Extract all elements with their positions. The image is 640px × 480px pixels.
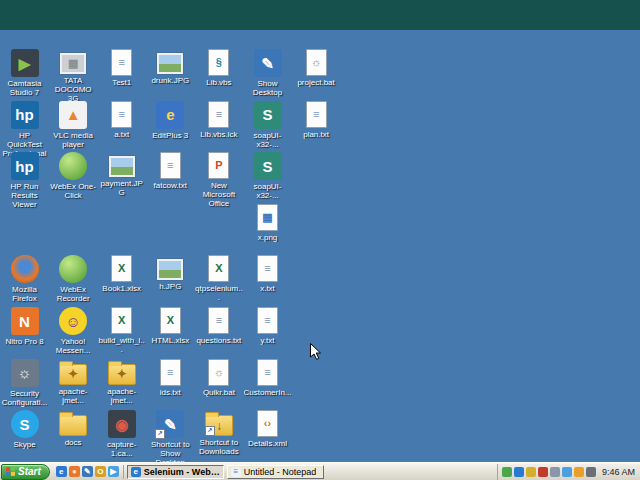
desktop-icon-soapui-x32[interactable]: SsoapUI-x32-...: [244, 101, 292, 149]
desktop-icon-skype[interactable]: SSkype: [1, 410, 49, 449]
desktop-icon-capture-1-ca[interactable]: ◉capture-1.ca...: [98, 410, 146, 458]
desktop-icon-project-bat[interactable]: ☼project.bat: [292, 49, 340, 87]
desktop-icon-label: Lib.vbs.lck: [195, 130, 243, 139]
page-icon: ≡: [306, 101, 327, 128]
soapui-icon: S: [254, 152, 282, 180]
desktop-icon-label: soapUI-x32-...: [244, 182, 292, 200]
bat-icon: ☼: [306, 49, 327, 76]
desktop-icon-label: EditPlus 3: [146, 131, 194, 140]
tray-icon-1[interactable]: [502, 467, 512, 477]
clock[interactable]: 9:46 AM: [602, 467, 635, 477]
desktop-icon-questions-txt[interactable]: ≡questions.txt: [195, 307, 243, 345]
desktop-icon-customerin[interactable]: ≡CustomerIn...: [244, 359, 292, 397]
internet-explorer-icon[interactable]: e: [56, 466, 67, 477]
desktop-icon-test1[interactable]: ≡Test1: [98, 49, 146, 87]
tray-icon-8[interactable]: [586, 467, 596, 477]
top-banner: [0, 0, 640, 30]
desktop-icon-editplus-3[interactable]: eEditPlus 3: [146, 101, 194, 140]
tray-icon-6[interactable]: [562, 467, 572, 477]
page-icon: ≡: [111, 49, 132, 76]
desktop-icon-tata-docomo-3g[interactable]: ▦TATA DOCOMO 3G: [49, 49, 97, 103]
desktop-icon-build-with-l[interactable]: Xbuild_with_l...: [98, 307, 146, 354]
desktop-icon-drunk-jpg[interactable]: drunk.JPG: [146, 49, 194, 85]
desktop-icon-label: h.JPG: [146, 282, 194, 291]
desktop-icon-label: plan.txt: [292, 130, 340, 139]
desktop-icon-apache-jmet[interactable]: ✦apache-jmet...: [98, 359, 146, 405]
desktop-icon-shortcut-to-show-desktop[interactable]: ✎Shortcut to Show Desktop: [146, 410, 194, 467]
tray-icon-7[interactable]: [574, 467, 584, 477]
desktop-icon-nitro-pro-8[interactable]: NNitro Pro 8: [1, 307, 49, 346]
tray-icon-3[interactable]: [526, 467, 536, 477]
tray-icon-4[interactable]: [538, 467, 548, 477]
desktop-icon-lib-vbs[interactable]: §Lib.vbs: [195, 49, 243, 87]
tray-icon-2[interactable]: [514, 467, 524, 477]
desktop-icon-security-configurati[interactable]: ☼Security Configurati...: [1, 359, 49, 407]
desktop-icon-label: Skype: [1, 440, 49, 449]
desktop-icon-details-xml[interactable]: ‹›Details.xml: [244, 410, 292, 448]
desktop-icon-plan-txt[interactable]: ≡plan.txt: [292, 101, 340, 139]
nitro-icon: N: [11, 307, 39, 335]
firefox-icon[interactable]: ●: [69, 466, 80, 477]
desktop-icon-fatcow-txt[interactable]: ≡fatcow.txt: [146, 152, 194, 190]
skype-icon: S: [11, 410, 39, 438]
desktop-icon-ids-txt[interactable]: ≡ids.txt: [146, 359, 194, 397]
desktop-icon-soapui-x32[interactable]: SsoapUI-x32-...: [244, 152, 292, 200]
desktop-icon-label: fatcow.txt: [146, 181, 194, 190]
desktop-icon-new-microsoft-office-powe[interactable]: PNew Microsoft Office Powe...: [195, 152, 243, 209]
system-tray: 9:46 AM: [497, 464, 640, 480]
desktop-icon-mozilla-firefox[interactable]: Mozilla Firefox: [1, 255, 49, 303]
desktop-icon-label: apache-jmet...: [49, 387, 97, 405]
downloads-icon: ↓: [205, 415, 233, 436]
desktop-icon-hp-run-results-viewer[interactable]: hpHP Run Results Viewer: [1, 152, 49, 209]
outlook-icon[interactable]: O: [95, 466, 106, 477]
desktop-icon-webex-one-click[interactable]: WebEx One-Click: [49, 152, 97, 200]
xml-icon: ‹›: [257, 410, 278, 437]
desktop-icon-a-txt[interactable]: ≡a.txt: [98, 101, 146, 139]
excel-icon: X: [160, 307, 181, 334]
show-desktop-icon[interactable]: ✎: [82, 466, 93, 477]
desktop[interactable]: ▶Camtasia Studio 7▦TATA DOCOMO 3G≡Test1d…: [0, 30, 640, 462]
desktop-icon-yahoo-messen[interactable]: ☺Yahoo! Messen...: [49, 307, 97, 355]
desktop-icon-quikr-bat[interactable]: ☼Quikr.bat: [195, 359, 243, 397]
desktop-icon-vlc-media-player[interactable]: ▲VLC media player: [49, 101, 97, 149]
hp-icon: hp: [11, 101, 39, 129]
desktop-icon-h-jpg[interactable]: h.JPG: [146, 255, 194, 291]
taskbar-button-selenium-web-browser[interactable]: eSelenium - Web Browser ...: [127, 465, 224, 479]
desktop-icon-label: Lib.vbs: [195, 78, 243, 87]
taskbar-button-untitled-notepad[interactable]: ≡Untitled - Notepad: [227, 465, 324, 479]
desktop-icon-label: build_with_l...: [98, 336, 146, 354]
desktop-icon-label: y.txt: [244, 336, 292, 345]
desktop-icon-label: Show Desktop: [244, 79, 292, 97]
tray-icon-5[interactable]: [550, 467, 560, 477]
desktop-icon-payment-jpg[interactable]: payment.JPG: [98, 152, 146, 197]
taskbar-buttons: eSelenium - Web Browser ...≡Untitled - N…: [124, 465, 324, 479]
desktop-icon-label: Test1: [98, 78, 146, 87]
desktop-icon-label: drunk.JPG: [146, 76, 194, 85]
desktop-icon-html-xlsx[interactable]: XHTML.xlsx: [146, 307, 194, 345]
desktop-icon-label: Camtasia Studio 7: [1, 79, 49, 97]
page-icon: ≡: [160, 152, 181, 179]
start-button[interactable]: Start: [1, 464, 50, 480]
desktop-icon-qtpselenium[interactable]: Xqtpselenium...: [195, 255, 243, 302]
taskbar-button-label: Untitled - Notepad: [244, 467, 317, 477]
desktop-icon-hp-quicktest-professional[interactable]: hpHP QuickTest Professional: [1, 101, 49, 158]
desktop-icon-show-desktop[interactable]: ✎Show Desktop: [244, 49, 292, 97]
desktop-icon-label: Mozilla Firefox: [1, 285, 49, 303]
desktop-icon-shortcut-to-downloads[interactable]: ↓Shortcut to Downloads: [195, 410, 243, 456]
desktop-icon-label: HP Run Results Viewer: [1, 182, 49, 209]
desktop-icon-docs[interactable]: docs: [49, 410, 97, 447]
desktop-icon-book1-xlsx[interactable]: XBook1.xlsx: [98, 255, 146, 293]
desktop-icon-x-txt[interactable]: ≡x.txt: [244, 255, 292, 293]
media-player-icon[interactable]: ▶: [108, 466, 119, 477]
desktop-icon-label: Security Configurati...: [1, 389, 49, 407]
desktop-icon-label: Yahoo! Messen...: [49, 337, 97, 355]
desktop-icon-camtasia-studio-7[interactable]: ▶Camtasia Studio 7: [1, 49, 49, 97]
desktop-icon-lib-vbs-lck[interactable]: ≡Lib.vbs.lck: [195, 101, 243, 139]
desktop-icon-label: x.txt: [244, 284, 292, 293]
webex-icon: [59, 255, 87, 283]
desktop-icon-x-png[interactable]: ▦x.png: [244, 204, 292, 242]
desktop-icon-apache-jmet[interactable]: ✦apache-jmet...: [49, 359, 97, 405]
security-icon: ☼: [11, 359, 39, 387]
desktop-icon-y-txt[interactable]: ≡y.txt: [244, 307, 292, 345]
desktop-icon-webex-recorder[interactable]: WebEx Recorder: [49, 255, 97, 303]
